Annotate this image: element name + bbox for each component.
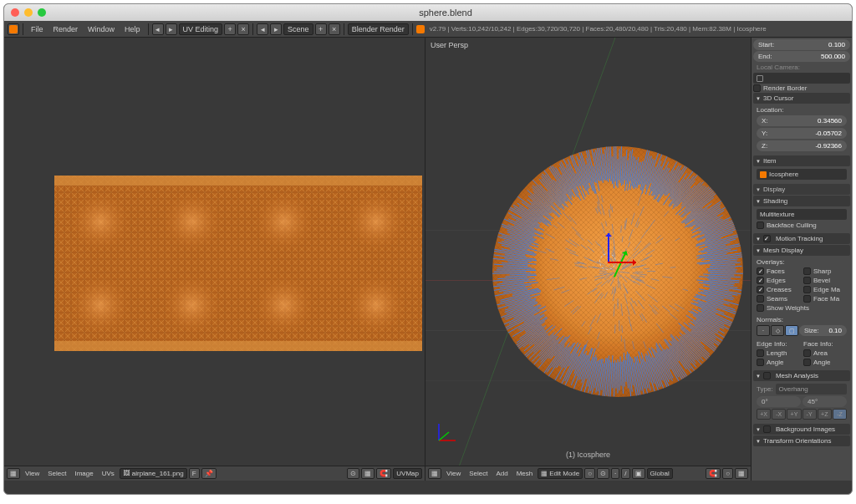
- backface-culling-checkbox[interactable]: [757, 221, 764, 229]
- creases-checkbox[interactable]: [757, 286, 764, 293]
- uv-menu-image[interactable]: Image: [71, 469, 96, 478]
- show-weights-checkbox[interactable]: [757, 304, 764, 312]
- axis-neg-x[interactable]: -X: [772, 409, 786, 420]
- panel-motion-tracking[interactable]: Motion Tracking: [753, 233, 850, 244]
- mode-dropdown[interactable]: ▦ Edit Mode: [538, 468, 583, 479]
- transform-orientation[interactable]: Global: [647, 468, 673, 479]
- uv-map-selector[interactable]: UVMap: [393, 468, 422, 479]
- face-angle-checkbox[interactable]: [803, 359, 811, 366]
- face-select-button[interactable]: ▣: [632, 468, 645, 479]
- panel-transform-orientations[interactable]: Transform Orientations: [753, 435, 850, 446]
- uv-editor-type-icon[interactable]: ▦: [7, 468, 20, 479]
- properties-panel[interactable]: Start:0.100 End:500.000 Local Camera: Re…: [752, 38, 852, 481]
- uv-menu-select[interactable]: Select: [44, 469, 69, 478]
- local-camera-field[interactable]: [753, 73, 850, 84]
- view3d-menu-add[interactable]: Add: [492, 469, 511, 478]
- cursor-z-field[interactable]: Z:-0.92366: [757, 140, 847, 151]
- face-marks-checkbox[interactable]: [803, 295, 811, 303]
- cursor-y-field[interactable]: Y:-0.05702: [757, 128, 847, 139]
- panel-3d-cursor[interactable]: 3D Cursor: [753, 93, 850, 104]
- uv-image-editor[interactable]: ▦ View Select Image UVs 🖼 airplane_161.p…: [4, 38, 425, 481]
- scene-dropdown[interactable]: Scene: [283, 23, 313, 35]
- end-frame-field[interactable]: End:500.000: [753, 51, 850, 62]
- edge-select-button[interactable]: /: [621, 468, 629, 479]
- axis-neg-y[interactable]: -Y: [802, 409, 817, 420]
- face-area-checkbox[interactable]: [803, 349, 811, 357]
- snap-button[interactable]: 🧲: [706, 468, 721, 479]
- panel-item[interactable]: Item: [753, 155, 850, 166]
- panel-shading[interactable]: Shading: [753, 196, 850, 206]
- bevel-checkbox[interactable]: [803, 277, 811, 284]
- render-engine-dropdown[interactable]: Blender Render: [348, 23, 409, 35]
- object-name-field[interactable]: Icosphere: [757, 169, 847, 180]
- edge-length-checkbox[interactable]: [757, 349, 764, 357]
- panel-display[interactable]: Display: [753, 184, 850, 195]
- edges-checkbox[interactable]: [757, 277, 764, 284]
- uv-pivot-button[interactable]: ⊙: [347, 468, 359, 479]
- screen-layout-dropdown[interactable]: UV Editing: [179, 23, 223, 35]
- texture-mode-dropdown[interactable]: Multitexture: [757, 209, 847, 220]
- vertex-normal-button[interactable]: ·: [757, 325, 770, 336]
- uv-pin-button[interactable]: 📌: [201, 468, 217, 479]
- 3d-viewport[interactable]: User Persp: [425, 38, 752, 481]
- uv-image-browse-button[interactable]: F: [189, 468, 200, 479]
- analysis-type-dropdown[interactable]: Overhang: [776, 384, 847, 395]
- close-window-button[interactable]: [11, 8, 19, 17]
- uv-snap-button[interactable]: 🧲: [376, 468, 391, 479]
- editor-type-icon[interactable]: [8, 23, 19, 35]
- uv-menu-view[interactable]: View: [22, 469, 43, 478]
- layout-add-button[interactable]: +: [224, 23, 236, 35]
- axis-pos-z[interactable]: +Z: [818, 409, 832, 420]
- scene-add-button[interactable]: +: [315, 23, 327, 35]
- axis-pos-x[interactable]: +X: [757, 409, 771, 420]
- panel-background-images[interactable]: Background Images: [753, 424, 850, 435]
- view3d-menu-select[interactable]: Select: [466, 469, 491, 478]
- gizmo-z-axis[interactable]: [608, 233, 609, 262]
- pivot-button[interactable]: ⊙: [597, 468, 609, 479]
- uv-image-selector[interactable]: 🖼 airplane_161.png: [120, 468, 187, 479]
- cursor-x-field[interactable]: X:0.34560: [757, 115, 847, 126]
- menu-render[interactable]: Render: [49, 23, 83, 35]
- back-button[interactable]: ◂: [152, 23, 164, 35]
- menu-help[interactable]: Help: [120, 23, 145, 35]
- loop-normal-button[interactable]: ◇: [771, 325, 784, 336]
- minimize-window-button[interactable]: [24, 8, 33, 17]
- forward-button[interactable]: ▸: [166, 23, 177, 35]
- scene-remove-button[interactable]: ×: [329, 23, 340, 35]
- menu-file[interactable]: File: [27, 23, 48, 35]
- mesh-analysis-checkbox[interactable]: [763, 372, 771, 379]
- edge-angle-checkbox[interactable]: [757, 359, 764, 366]
- proportional-edit-button[interactable]: ○: [722, 468, 733, 479]
- axis-pos-y[interactable]: +Y: [787, 409, 801, 420]
- scene-forward-button[interactable]: ▸: [270, 23, 282, 35]
- view3d-editor-type-icon[interactable]: ▦: [428, 468, 441, 479]
- analysis-min-field[interactable]: 0°: [757, 396, 801, 407]
- sharp-checkbox[interactable]: [803, 267, 811, 275]
- maximize-window-button[interactable]: [38, 8, 46, 17]
- start-frame-field[interactable]: Start:0.100: [753, 39, 850, 50]
- render-border-checkbox[interactable]: [753, 84, 761, 92]
- uv-sync-button[interactable]: ▦: [361, 468, 374, 479]
- menu-window[interactable]: Window: [84, 23, 119, 35]
- view3d-menu-mesh[interactable]: Mesh: [513, 469, 537, 478]
- axis-neg-z[interactable]: -Z: [833, 409, 847, 420]
- edge-marks-checkbox[interactable]: [803, 286, 811, 293]
- panel-mesh-display[interactable]: Mesh Display: [753, 245, 850, 256]
- analysis-max-field[interactable]: 45°: [802, 396, 847, 407]
- bg-images-checkbox[interactable]: [763, 425, 771, 433]
- face-normal-button[interactable]: ▢: [785, 325, 798, 336]
- faces-checkbox[interactable]: [757, 267, 764, 275]
- shading-mode-button[interactable]: ○: [584, 468, 595, 479]
- motion-tracking-checkbox[interactable]: [763, 235, 771, 242]
- panel-mesh-analysis[interactable]: Mesh Analysis: [753, 370, 850, 381]
- layers-button[interactable]: ▦: [735, 468, 748, 479]
- vertex-select-button[interactable]: ·: [611, 468, 619, 479]
- seams-checkbox[interactable]: [757, 295, 764, 303]
- uv-menu-uvs[interactable]: UVs: [99, 469, 118, 478]
- view3d-menu-view[interactable]: View: [443, 469, 464, 478]
- scene-back-button[interactable]: ◂: [257, 23, 268, 35]
- viewport-perspective-label: User Persp: [431, 41, 468, 49]
- gizmo-x-axis[interactable]: [608, 262, 636, 263]
- layout-remove-button[interactable]: ×: [237, 23, 249, 35]
- normal-size-field[interactable]: Size:0.10: [799, 325, 847, 336]
